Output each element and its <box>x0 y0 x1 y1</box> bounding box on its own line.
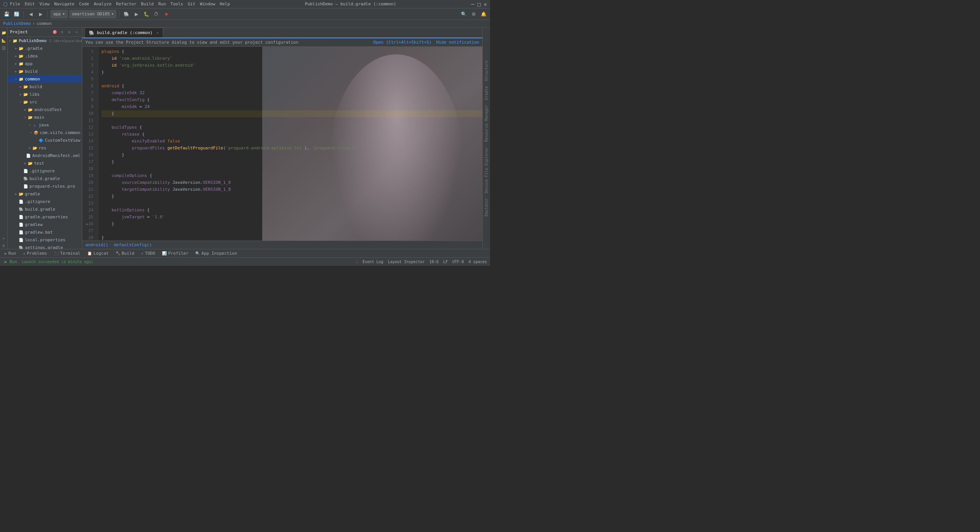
bottom-tab-app-inspection[interactable]: 🔍 App Inspection <box>192 250 240 257</box>
project-settings-button[interactable]: ⚙ <box>66 29 72 35</box>
menu-code[interactable]: Code <box>79 2 89 7</box>
bottom-tab-build[interactable]: 🔨 Build <box>113 250 137 257</box>
tree-item-androidtest[interactable]: ▶ 📂 androidTest <box>8 106 82 113</box>
status-layout-inspector[interactable]: Layout Inspector <box>388 260 425 264</box>
tree-item-customtextview[interactable]: ▶ 🔷 CustomTextView <box>8 136 82 144</box>
right-tab-structure[interactable]: Structure <box>483 58 490 83</box>
menu-window[interactable]: Window <box>200 2 215 7</box>
menu-bar[interactable]: File Edit View Navigate Code Analyze Ref… <box>10 2 230 7</box>
status-event-log-label[interactable]: Event Log <box>363 260 383 264</box>
tree-item-gradle-wrapper[interactable]: ▶ 📂 gradle <box>8 190 82 198</box>
tree-item-root-gitignore[interactable]: ▶ 📄 .gitignore <box>8 198 82 205</box>
menu-run[interactable]: Run <box>158 2 166 7</box>
project-tree[interactable]: ▾ 📁 PublishDemo C:\WorkSpace\Android\Pub… <box>8 37 82 249</box>
debug-button[interactable]: 🐛 <box>142 10 150 18</box>
bottom-tab-terminal[interactable]: ⬛ Terminal <box>51 250 83 257</box>
breadcrumb-android[interactable]: android() <box>85 242 108 247</box>
tree-item-gradle-properties[interactable]: ▶ 📄 gradle.properties <box>8 213 82 221</box>
project-icon[interactable]: 📁 <box>0 29 7 36</box>
menu-git[interactable]: Git <box>188 2 195 7</box>
menu-file[interactable]: File <box>10 2 20 7</box>
settings-button[interactable]: ⚙ <box>469 10 478 18</box>
right-tab-resource-manager[interactable]: Resource Manager <box>483 103 490 144</box>
stop-button[interactable]: ■ <box>162 10 170 18</box>
tree-item-local-properties[interactable]: ▶ 📄 local.properties <box>8 236 82 244</box>
menu-help[interactable]: Help <box>220 2 230 7</box>
run-status-button[interactable]: ▶ Run <box>3 259 19 264</box>
menu-edit[interactable]: Edit <box>25 2 35 7</box>
menu-navigate[interactable]: Navigate <box>54 2 75 7</box>
status-position[interactable]: 10:6 <box>430 260 439 264</box>
window-controls[interactable]: ─ □ ✕ <box>471 1 487 7</box>
menu-build[interactable]: Build <box>141 2 154 7</box>
breadcrumb-project[interactable]: PublishDemo <box>3 21 31 26</box>
tree-item-app[interactable]: ▶ 📁 app <box>8 60 82 67</box>
breadcrumb-defaultconfig[interactable]: defaultConfig() <box>114 242 152 247</box>
run-config-button[interactable]: ▶ <box>132 10 140 18</box>
tree-item-root-buildgradle[interactable]: ▶ 🐘 build.gradle <box>8 205 82 213</box>
tree-item-gradlew-bat[interactable]: ▶ 📄 gradlew.bat <box>8 228 82 236</box>
resource-manager-icon[interactable]: 🖼 <box>0 44 7 51</box>
tree-item-common[interactable]: ▾ 📁 common <box>8 75 82 83</box>
tree-item-proguard[interactable]: ▶ 📄 proguard-rules.pro <box>8 182 82 190</box>
favorites-icon[interactable]: ★ <box>0 234 7 241</box>
project-locate-button[interactable]: 🎯 <box>52 29 58 35</box>
tree-item-main[interactable]: ▾ 📂 main <box>8 113 82 121</box>
bottom-tab-todo[interactable]: ✓ TODO <box>138 250 158 257</box>
tree-item-gradlew[interactable]: ▶ 📄 gradlew <box>8 221 82 228</box>
minimize-button[interactable]: ─ <box>471 1 474 7</box>
notification-hide-link[interactable]: Hide notification <box>436 40 479 45</box>
tree-item-settings-gradle[interactable]: ▶ 🐘 settings.gradle <box>8 244 82 249</box>
tree-item-res[interactable]: ▶ 📂 res <box>8 144 82 152</box>
fold-arrow-26[interactable]: ▶ <box>86 221 88 228</box>
tree-item-build-root[interactable]: ▶ 📂 build <box>8 67 82 75</box>
breadcrumb-module[interactable]: common <box>36 21 52 26</box>
tree-item-common-buildgradle[interactable]: ▶ 🐘 build.gradle <box>8 175 82 182</box>
code-editor[interactable]: 1 2 3 4 5 6 7 8 9 💡 10 11 12 13 14 15 16 <box>82 47 482 241</box>
tree-item-manifest[interactable]: ▶ 📄 AndroidManifest.xml <box>8 152 82 159</box>
tree-item-publishdemo[interactable]: ▾ 📁 PublishDemo C:\WorkSpace\Android\Pub… <box>8 37 82 44</box>
status-indent[interactable]: 4 spaces <box>469 260 487 264</box>
tree-item-test[interactable]: ▶ 📂 test <box>8 159 82 167</box>
tree-item-package[interactable]: ▾ 📦 com.viifo.common <box>8 129 82 136</box>
menu-analyze[interactable]: Analyze <box>94 2 111 7</box>
menu-refactor[interactable]: Refactor <box>116 2 136 7</box>
gradle-sync-button[interactable]: 🐘 <box>122 10 131 18</box>
search-everywhere-button[interactable]: 🔍 <box>459 10 468 18</box>
bottom-tab-logcat[interactable]: 📋 Logcat <box>84 250 112 257</box>
right-tab-gradle[interactable]: Gradle <box>483 84 490 102</box>
profile-button[interactable]: ⏱ <box>152 10 160 18</box>
status-encoding[interactable]: UTF-8 <box>452 260 464 264</box>
tree-item-common-build[interactable]: ▶ 📂 build <box>8 83 82 90</box>
tree-item-java[interactable]: ▾ ☕ java <box>8 121 82 129</box>
close-button[interactable]: ✕ <box>484 1 487 7</box>
back-button[interactable]: ◀ <box>26 10 35 18</box>
bottom-tab-run[interactable]: ▶ Run <box>2 250 19 257</box>
tree-item-idea[interactable]: ▶ 📂 .idea <box>8 52 82 60</box>
build-variants-icon[interactable]: ⊞ <box>0 242 7 249</box>
status-event-log[interactable]: ⚠ <box>356 260 358 264</box>
editor-tab-buildgradle[interactable]: 🐘 build.gradle (:common) ✕ <box>85 28 163 38</box>
notification-open-link[interactable]: Open (Ctrl+Alt+Shift+S) <box>373 40 431 45</box>
maximize-button[interactable]: □ <box>477 1 480 7</box>
tab-close-icon[interactable]: ✕ <box>157 31 159 35</box>
tree-item-common-src[interactable]: ▾ 📂 src <box>8 98 82 106</box>
code-content[interactable]: plugins { id 'com.android.library' id 'o… <box>98 47 482 241</box>
structure-icon[interactable]: 📐 <box>0 37 7 44</box>
bottom-tab-problems[interactable]: ⚠ Problems <box>20 250 50 257</box>
bottom-tab-profiler[interactable]: 📊 Profiler <box>159 250 191 257</box>
menu-view[interactable]: View <box>39 2 50 7</box>
tree-item-common-libs[interactable]: ▶ 📂 libs <box>8 90 82 98</box>
right-tab-device-file[interactable]: Device File Explorer <box>483 145 490 195</box>
project-close-button[interactable]: ✕ <box>74 29 80 35</box>
device-dropdown[interactable]: smartisan OD105 ▾ <box>69 10 117 18</box>
forward-button[interactable]: ▶ <box>36 10 45 18</box>
save-button[interactable]: 💾 <box>2 10 11 18</box>
notifications-button[interactable]: 🔔 <box>479 10 488 18</box>
app-module-dropdown[interactable]: app ▾ <box>51 10 68 18</box>
menu-tools[interactable]: Tools <box>170 2 183 7</box>
tree-item-gradle[interactable]: ▶ 📂 .gradle <box>8 44 82 52</box>
right-tab-emulator[interactable]: Emulator <box>483 196 490 219</box>
project-collapse-button[interactable]: ⊟ <box>59 29 65 35</box>
tree-item-common-gitignore[interactable]: ▶ 📄 .gitignore <box>8 167 82 175</box>
